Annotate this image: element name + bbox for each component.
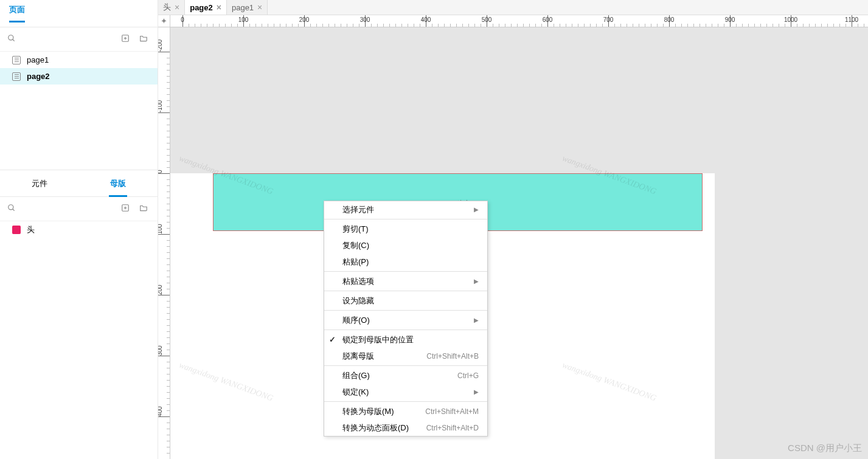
menu-item[interactable]: 粘贴(P) [324,254,487,270]
menu-item-label: 设为隐藏 [342,295,374,306]
page-item-page2[interactable]: page2 [0,68,158,85]
pages-search-row [0,27,158,52]
folder-icon[interactable] [137,33,150,46]
master-item-label: 头 [27,224,35,235]
menu-separator [324,291,487,291]
tab-头[interactable]: 头× [158,0,185,15]
close-icon[interactable]: × [175,2,179,12]
page-icon [12,72,21,81]
add-master-icon[interactable] [119,202,132,215]
menu-item[interactable]: ✓锁定到母版中的位置 [324,331,487,348]
menu-item-label: 剪切(T) [342,224,369,235]
menu-item[interactable]: 剪切(T) [324,221,487,237]
master-item[interactable]: 头 [0,221,158,238]
folder-icon[interactable] [137,202,150,215]
canvas[interactable]: 头部 wangxidong WANGXIDONG wangxidong WANG… [170,27,868,459]
menu-item[interactable]: 顺序(O)▶ [324,312,487,328]
pages-tab[interactable]: 页面 [9,4,25,22]
menu-separator [324,330,487,330]
close-icon[interactable]: × [257,2,262,12]
svg-line-6 [13,209,15,211]
menu-item-label: 选择元件 [342,204,374,215]
menu-item-label: 粘贴选项 [342,276,374,287]
menu-item[interactable]: 复制(C) [324,237,487,254]
menu-item[interactable]: 设为隐藏 [324,292,487,309]
menu-item-label: 转换为动态面板(D) [342,423,409,433]
menu-shortcut: Ctrl+Shift+Alt+M [425,407,479,416]
menu-item-label: 转换为母版(M) [342,406,394,417]
menu-item[interactable]: 转换为母版(M)Ctrl+Shift+Alt+M [324,403,487,419]
tab-page1[interactable]: page1× [227,0,268,15]
menu-separator [324,401,487,402]
ruler-corner[interactable]: ✦ [158,15,170,27]
chevron-right-icon: ▶ [474,317,479,323]
menu-item[interactable]: 脱离母版Ctrl+Shift+Alt+B [324,348,487,364]
menu-item-label: 组合(G) [342,370,370,381]
menu-item[interactable]: 组合(G)Ctrl+G [324,367,487,384]
masters-search-row [0,197,158,221]
sidebar: 页面 page1 page2 元件 母版 [0,0,158,459]
page-list: page1 page2 [0,52,158,85]
chevron-right-icon: ▶ [474,278,479,285]
tab-label: 头 [163,2,171,13]
tab-masters[interactable]: 母版 [79,170,158,197]
menu-separator [324,219,487,219]
add-page-icon[interactable] [119,33,132,46]
menu-item-label: 粘贴(P) [342,257,369,267]
menu-separator [324,310,487,311]
context-menu: 选择元件▶剪切(T)复制(C)粘贴(P)粘贴选项▶设为隐藏顺序(O)▶✓锁定到母… [324,201,488,437]
page-item-page1[interactable]: page1 [0,52,158,68]
menu-item[interactable]: 选择元件▶ [324,201,487,218]
page-item-label: page2 [27,72,50,81]
menu-item-label: 锁定到母版中的位置 [342,334,414,345]
tab-label: page2 [190,3,213,12]
master-icon [12,226,21,234]
ruler-horizontal[interactable]: 0100200300400500600700800900100011001200… [170,15,868,27]
menu-item[interactable]: 锁定(K)▶ [324,384,487,400]
menu-separator [324,271,487,272]
menu-shortcut: Ctrl+Shift+Alt+B [426,352,479,361]
menu-shortcut: Ctrl+G [457,371,479,380]
search-icon[interactable] [7,34,114,44]
ruler-vertical[interactable]: -200-1000100200300400500 [158,27,170,459]
menu-item[interactable]: 转换为动态面板(D)Ctrl+Shift+Alt+D [324,419,487,436]
tab-page2[interactable]: page2× [185,0,227,15]
svg-line-1 [13,40,15,41]
svg-point-0 [9,35,13,40]
menu-item-label: 脱离母版 [342,351,374,362]
close-icon[interactable]: × [217,2,221,12]
menu-item-label: 复制(C) [342,240,369,251]
search-icon[interactable] [7,204,114,214]
check-icon: ✓ [329,335,336,344]
page-icon [12,56,21,64]
menu-shortcut: Ctrl+Shift+Alt+D [426,424,479,432]
chevron-right-icon: ▶ [474,206,479,213]
tab-strip: 头×page2×page1× [158,0,868,15]
page-item-label: page1 [27,55,49,64]
tab-components[interactable]: 元件 [0,170,79,197]
mid-tabs: 元件 母版 [0,170,158,197]
svg-point-5 [9,205,13,210]
menu-separator [324,365,487,366]
menu-item-label: 顺序(O) [342,315,370,326]
main: 头×page2×page1× ✦ 01002003004005006007008… [158,0,868,459]
sidebar-header: 页面 [0,0,158,27]
menu-item-label: 锁定(K) [342,387,369,398]
menu-item[interactable]: 粘贴选项▶ [324,273,487,289]
tab-label: page1 [232,3,254,12]
chevron-right-icon: ▶ [474,388,479,395]
